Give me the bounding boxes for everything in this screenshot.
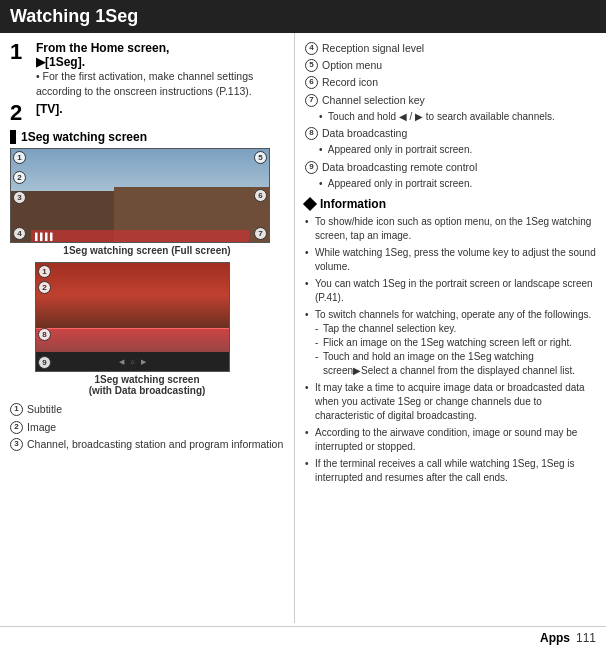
page-footer: Apps 111 xyxy=(0,626,606,648)
right-column: 4 Reception signal level 5 Option menu 6… xyxy=(295,33,606,623)
channel-bar-text: ▌▌▌▌ xyxy=(35,233,55,240)
list-item-9: 9 Data broadcasting remote control xyxy=(305,160,596,174)
step-2-title: [TV]. xyxy=(36,102,284,116)
list-text-9: Data broadcasting remote control xyxy=(322,160,477,174)
list-section-right: 4 Reception signal level 5 Option menu 6… xyxy=(305,41,596,191)
list-circle-3: 3 xyxy=(10,438,23,451)
step-2-content: [TV]. xyxy=(36,102,284,124)
page-header: Watching 1Seg xyxy=(0,0,606,33)
list-item-1: 1 Subtitle xyxy=(10,402,284,416)
list-text-6: Record icon xyxy=(322,75,378,89)
step-2: 2 [TV]. xyxy=(10,102,284,124)
list-item-3: 3 Channel, broadcasting station and prog… xyxy=(10,437,284,451)
list-circle-6: 6 xyxy=(305,76,318,89)
tv-screen-fullscreen: 1 2 3 4 5 6 7 ▌▌▌▌ xyxy=(10,148,270,243)
info-bullets: To show/hide icon such as option menu, o… xyxy=(305,215,596,485)
info-bullet-1: To show/hide icon such as option menu, o… xyxy=(305,215,596,243)
screen-fullscreen-caption: 1Seg watching screen (Full screen) xyxy=(10,245,284,256)
dash-item-3: Touch and hold an image on the 1Seg watc… xyxy=(315,350,596,378)
list-text-5: Option menu xyxy=(322,58,382,72)
info-bullet-7: If the terminal receives a call while wa… xyxy=(305,457,596,485)
list-item-9-sub: Appeared only in portrait screen. xyxy=(319,177,596,191)
list-circle-7: 7 xyxy=(305,94,318,107)
list-item-6: 6 Record icon xyxy=(305,75,596,89)
screen-portrait-caption: 1Seg watching screen(with Data broadcast… xyxy=(10,374,284,396)
dash-item-2: Flick an image on the 1Seg watching scre… xyxy=(315,336,596,350)
list-circle-9: 9 xyxy=(305,161,318,174)
info-bullet-4: To switch channels for watching, operate… xyxy=(305,308,596,378)
list-text-1: Subtitle xyxy=(27,402,62,416)
footer-apps-label: Apps xyxy=(540,631,570,645)
list-item-8-sub: Appeared only in portrait screen. xyxy=(319,143,596,157)
list-item-2: 2 Image xyxy=(10,420,284,434)
portrait-bg xyxy=(36,263,229,328)
list-text-7: Channel selection key xyxy=(322,93,425,107)
list-item-7: 7 Channel selection key xyxy=(305,93,596,107)
info-heading: Information xyxy=(305,197,596,211)
channel-bar: ▌▌▌▌ xyxy=(31,230,249,242)
list-text-4: Reception signal level xyxy=(322,41,424,55)
tv-screen-fullscreen-container: 1 2 3 4 5 6 7 ▌▌▌▌ 1Seg watching screen … xyxy=(10,148,284,256)
info-bullet-5: It may take a time to acquire image data… xyxy=(305,381,596,423)
dash-item-1: Tap the channel selection key. xyxy=(315,322,596,336)
tv-screen-portrait: 2 1 8 9 ◀ ⌂ ▶ xyxy=(35,262,230,372)
step-1-number: 1 xyxy=(10,41,32,98)
list-text-3: Channel, broadcasting station and progra… xyxy=(27,437,283,451)
list-text-2: Image xyxy=(27,420,56,434)
icon-home: ⌂ xyxy=(130,358,134,365)
info-diamond-icon xyxy=(303,196,317,210)
list-circle-2: 2 xyxy=(10,421,23,434)
step-1: 1 From the Home screen,▶[1Seg]. • For th… xyxy=(10,41,284,98)
step-1-title: From the Home screen,▶[1Seg]. xyxy=(36,41,284,69)
main-content: 1 From the Home screen,▶[1Seg]. • For th… xyxy=(0,33,606,623)
info-heading-text: Information xyxy=(320,197,386,211)
info-section: Information To show/hide icon such as op… xyxy=(305,197,596,485)
tv-screen-portrait-container: 2 1 8 9 ◀ ⌂ ▶ 1Seg watching screen(with … xyxy=(10,262,284,396)
data-broadcast-bar xyxy=(36,328,229,352)
section-heading: 1Seg watching screen xyxy=(10,130,284,144)
list-item-5: 5 Option menu xyxy=(305,58,596,72)
step-2-number: 2 xyxy=(10,102,32,124)
list-circle-4: 4 xyxy=(305,42,318,55)
list-text-8: Data broadcasting xyxy=(322,126,407,140)
info-bullet-2: While watching 1Seg, press the volume ke… xyxy=(305,246,596,274)
page-title: Watching 1Seg xyxy=(10,6,138,27)
list-circle-1: 1 xyxy=(10,403,23,416)
left-column: 1 From the Home screen,▶[1Seg]. • For th… xyxy=(0,33,295,623)
list-item-7-sub: Touch and hold ◀ / ▶ to search available… xyxy=(319,110,596,124)
info-bullet-6: According to the airwave condition, imag… xyxy=(305,426,596,454)
step-1-content: From the Home screen,▶[1Seg]. • For the … xyxy=(36,41,284,98)
list-circle-8: 8 xyxy=(305,127,318,140)
list-circle-5: 5 xyxy=(305,59,318,72)
footer-page-number: 111 xyxy=(576,631,596,645)
list-item-8: 8 Data broadcasting xyxy=(305,126,596,140)
data-broadcast-icons: ◀ ⌂ ▶ xyxy=(36,352,229,371)
icon-back: ◀ xyxy=(119,358,124,366)
info-bullet-3: You can watch 1Seg in the portrait scree… xyxy=(305,277,596,305)
list-item-4: 4 Reception signal level xyxy=(305,41,596,55)
section-heading-text: 1Seg watching screen xyxy=(21,130,147,144)
section-bar xyxy=(10,130,16,144)
list-section-left: 1 Subtitle 2 Image 3 Channel, broadcasti… xyxy=(10,402,284,451)
icon-forward: ▶ xyxy=(141,358,146,366)
step-1-body: • For the first activation, make channel… xyxy=(36,69,284,98)
